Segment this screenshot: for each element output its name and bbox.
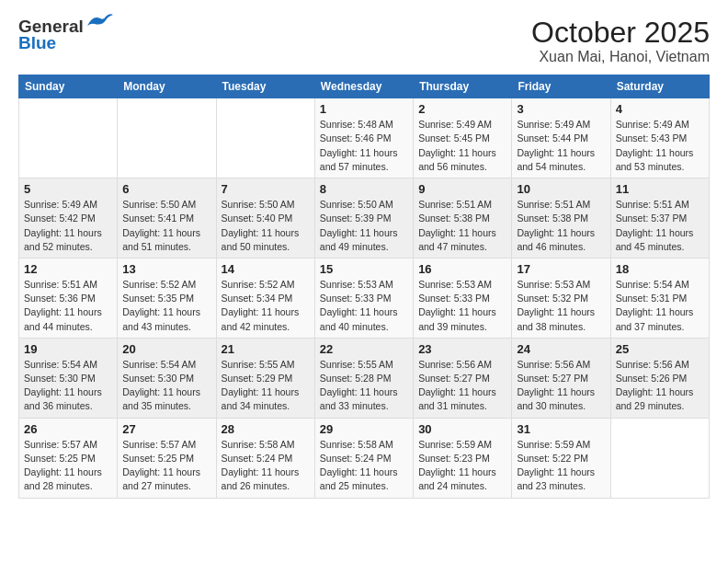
day-number: 22 [320,342,408,356]
table-row [118,98,216,178]
day-number: 4 [616,102,704,116]
day-info: Sunrise: 5:58 AM Sunset: 5:24 PM Dayligh… [222,438,310,494]
day-number: 10 [517,182,605,196]
day-info: Sunrise: 5:49 AM Sunset: 5:45 PM Dayligh… [418,118,506,174]
logo: General Blue [18,17,113,53]
table-row: 14Sunrise: 5:52 AM Sunset: 5:34 PM Dayli… [216,258,314,338]
day-number: 6 [122,182,210,196]
table-row: 15Sunrise: 5:53 AM Sunset: 5:33 PM Dayli… [314,258,413,338]
header: General Blue October 2025 Xuan Mai, Hano… [18,17,710,65]
table-row: 29Sunrise: 5:58 AM Sunset: 5:24 PM Dayli… [314,418,413,498]
calendar-title: October 2025 [531,17,710,49]
day-info: Sunrise: 5:51 AM Sunset: 5:37 PM Dayligh… [616,198,704,254]
day-number: 15 [320,262,408,276]
table-row: 2Sunrise: 5:49 AM Sunset: 5:45 PM Daylig… [414,98,512,178]
calendar-week-row: 19Sunrise: 5:54 AM Sunset: 5:30 PM Dayli… [19,338,710,418]
day-info: Sunrise: 5:51 AM Sunset: 5:36 PM Dayligh… [24,278,112,334]
table-row: 26Sunrise: 5:57 AM Sunset: 5:25 PM Dayli… [19,418,118,498]
day-info: Sunrise: 5:56 AM Sunset: 5:27 PM Dayligh… [418,358,506,414]
day-number: 9 [418,182,506,196]
col-tuesday: Tuesday [216,75,314,98]
day-info: Sunrise: 5:52 AM Sunset: 5:34 PM Dayligh… [222,278,310,334]
calendar-week-row: 5Sunrise: 5:49 AM Sunset: 5:42 PM Daylig… [19,178,710,259]
day-info: Sunrise: 5:51 AM Sunset: 5:38 PM Dayligh… [517,198,605,254]
table-row: 19Sunrise: 5:54 AM Sunset: 5:30 PM Dayli… [19,338,118,418]
table-row [610,418,709,498]
day-number: 8 [320,182,408,196]
calendar-week-row: 1Sunrise: 5:48 AM Sunset: 5:46 PM Daylig… [19,98,710,178]
day-number: 28 [222,422,310,436]
day-number: 21 [222,342,310,356]
day-number: 31 [517,422,605,436]
table-row: 13Sunrise: 5:52 AM Sunset: 5:35 PM Dayli… [118,258,216,338]
title-block: October 2025 Xuan Mai, Hanoi, Vietnam [531,17,710,65]
day-info: Sunrise: 5:49 AM Sunset: 5:43 PM Dayligh… [616,118,704,174]
table-row: 18Sunrise: 5:54 AM Sunset: 5:31 PM Dayli… [610,258,709,338]
day-number: 30 [418,422,506,436]
day-number: 24 [517,342,605,356]
table-row: 12Sunrise: 5:51 AM Sunset: 5:36 PM Dayli… [19,258,118,338]
day-number: 2 [418,102,506,116]
table-row: 17Sunrise: 5:53 AM Sunset: 5:32 PM Dayli… [512,258,610,338]
table-row: 28Sunrise: 5:58 AM Sunset: 5:24 PM Dayli… [216,418,314,498]
day-number: 13 [122,262,210,276]
table-row [216,98,314,178]
calendar-week-row: 26Sunrise: 5:57 AM Sunset: 5:25 PM Dayli… [19,418,710,498]
day-number: 18 [616,262,704,276]
col-saturday: Saturday [610,75,709,98]
day-number: 11 [616,182,704,196]
day-number: 19 [24,342,112,356]
table-row: 25Sunrise: 5:56 AM Sunset: 5:26 PM Dayli… [610,338,709,418]
day-number: 3 [517,102,605,116]
day-info: Sunrise: 5:52 AM Sunset: 5:35 PM Dayligh… [122,278,210,334]
day-number: 26 [24,422,112,436]
table-row: 10Sunrise: 5:51 AM Sunset: 5:38 PM Dayli… [512,178,610,259]
day-info: Sunrise: 5:51 AM Sunset: 5:38 PM Dayligh… [418,198,506,254]
day-info: Sunrise: 5:48 AM Sunset: 5:46 PM Dayligh… [320,118,408,174]
table-row: 24Sunrise: 5:56 AM Sunset: 5:27 PM Dayli… [512,338,610,418]
day-info: Sunrise: 5:55 AM Sunset: 5:28 PM Dayligh… [320,358,408,414]
table-row: 16Sunrise: 5:53 AM Sunset: 5:33 PM Dayli… [414,258,512,338]
day-number: 16 [418,262,506,276]
table-row: 22Sunrise: 5:55 AM Sunset: 5:28 PM Dayli… [314,338,413,418]
day-number: 23 [418,342,506,356]
col-sunday: Sunday [19,75,118,98]
day-info: Sunrise: 5:57 AM Sunset: 5:25 PM Dayligh… [24,438,112,494]
col-friday: Friday [512,75,610,98]
table-row: 3Sunrise: 5:49 AM Sunset: 5:44 PM Daylig… [512,98,610,178]
table-row: 8Sunrise: 5:50 AM Sunset: 5:39 PM Daylig… [314,178,413,259]
table-row [19,98,118,178]
day-info: Sunrise: 5:53 AM Sunset: 5:33 PM Dayligh… [320,278,408,334]
day-info: Sunrise: 5:50 AM Sunset: 5:41 PM Dayligh… [122,198,210,254]
day-info: Sunrise: 5:49 AM Sunset: 5:42 PM Dayligh… [24,198,112,254]
table-row: 5Sunrise: 5:49 AM Sunset: 5:42 PM Daylig… [19,178,118,259]
day-info: Sunrise: 5:58 AM Sunset: 5:24 PM Dayligh… [320,438,408,494]
table-row: 9Sunrise: 5:51 AM Sunset: 5:38 PM Daylig… [414,178,512,259]
table-row: 11Sunrise: 5:51 AM Sunset: 5:37 PM Dayli… [610,178,709,259]
table-row: 7Sunrise: 5:50 AM Sunset: 5:40 PM Daylig… [216,178,314,259]
page: General Blue October 2025 Xuan Mai, Hano… [0,0,728,563]
table-row: 20Sunrise: 5:54 AM Sunset: 5:30 PM Dayli… [118,338,216,418]
col-monday: Monday [118,75,216,98]
day-info: Sunrise: 5:53 AM Sunset: 5:33 PM Dayligh… [418,278,506,334]
day-info: Sunrise: 5:59 AM Sunset: 5:23 PM Dayligh… [418,438,506,494]
day-number: 1 [320,102,408,116]
day-number: 14 [222,262,310,276]
day-number: 7 [222,182,310,196]
calendar-table: Sunday Monday Tuesday Wednesday Thursday… [18,75,710,498]
table-row: 1Sunrise: 5:48 AM Sunset: 5:46 PM Daylig… [314,98,413,178]
table-row: 30Sunrise: 5:59 AM Sunset: 5:23 PM Dayli… [414,418,512,498]
calendar-week-row: 12Sunrise: 5:51 AM Sunset: 5:36 PM Dayli… [19,258,710,338]
day-info: Sunrise: 5:54 AM Sunset: 5:31 PM Dayligh… [616,278,704,334]
day-info: Sunrise: 5:55 AM Sunset: 5:29 PM Dayligh… [222,358,310,414]
table-row: 31Sunrise: 5:59 AM Sunset: 5:22 PM Dayli… [512,418,610,498]
table-row: 4Sunrise: 5:49 AM Sunset: 5:43 PM Daylig… [610,98,709,178]
day-info: Sunrise: 5:53 AM Sunset: 5:32 PM Dayligh… [517,278,605,334]
logo-bird-icon [85,13,113,33]
day-info: Sunrise: 5:49 AM Sunset: 5:44 PM Dayligh… [517,118,605,174]
calendar-subtitle: Xuan Mai, Hanoi, Vietnam [531,49,710,65]
day-number: 5 [24,182,112,196]
table-row: 21Sunrise: 5:55 AM Sunset: 5:29 PM Dayli… [216,338,314,418]
day-info: Sunrise: 5:56 AM Sunset: 5:26 PM Dayligh… [616,358,704,414]
day-info: Sunrise: 5:59 AM Sunset: 5:22 PM Dayligh… [517,438,605,494]
